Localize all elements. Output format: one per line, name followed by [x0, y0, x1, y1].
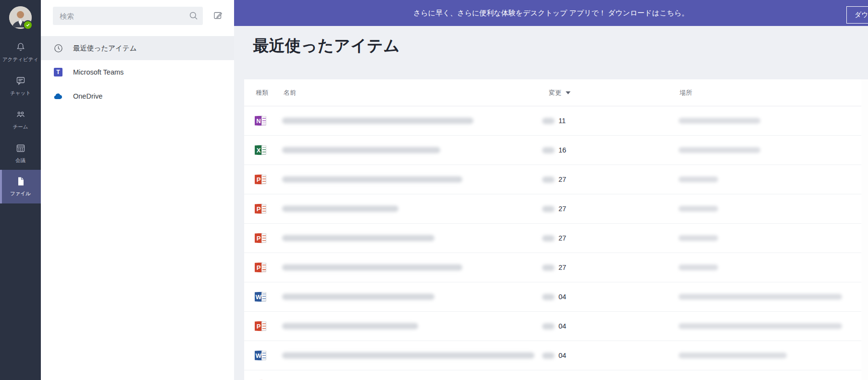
column-header-modified[interactable]: 変更	[549, 89, 570, 97]
modified-cell: 27	[542, 176, 566, 183]
column-header-name[interactable]: 名前	[284, 89, 296, 97]
list-item-label: OneDrive	[73, 92, 102, 100]
file-name-blur	[282, 235, 434, 241]
search-icon	[189, 11, 198, 21]
column-header-type[interactable]: 種類	[256, 89, 268, 97]
file-icon	[15, 176, 26, 189]
download-button[interactable]: ダウンロード	[846, 6, 868, 24]
file-name-cell	[282, 353, 534, 359]
sidebar-item-teams[interactable]: チーム	[0, 105, 41, 135]
location-cell	[679, 265, 718, 270]
modified-cell: 27	[542, 264, 566, 271]
file-type-icon: P	[255, 320, 268, 333]
table-row[interactable]: W 04	[244, 341, 861, 370]
table-row[interactable]: P 04	[244, 312, 861, 341]
file-name-blur	[282, 323, 418, 329]
file-type-icon: P	[255, 173, 268, 186]
bell-icon	[15, 42, 26, 54]
table-row[interactable]: P Template.pptx 07/04 サイト ライブラリ/個人用	[244, 370, 861, 380]
file-name-blur	[282, 118, 473, 124]
month-blur	[542, 353, 555, 359]
month-blur	[542, 294, 555, 300]
file-name-cell	[282, 206, 398, 212]
status-available-badge	[23, 20, 33, 30]
sidebar-item-chat[interactable]: チャット	[0, 71, 41, 101]
list-item-label: 最近使ったアイテム	[73, 44, 137, 53]
table-row[interactable]: P 27	[244, 165, 861, 194]
onedrive-cloud-icon	[53, 91, 63, 101]
page-title: 最近使ったアイテム	[253, 35, 400, 57]
column-header-location[interactable]: 場所	[680, 89, 692, 97]
list-item-recent[interactable]: 最近使ったアイテム	[41, 36, 234, 60]
month-blur	[542, 206, 555, 212]
search-input[interactable]	[53, 7, 203, 25]
location-cell	[679, 235, 718, 241]
chat-icon	[15, 76, 26, 88]
scrollbar-gutter[interactable]	[861, 79, 868, 380]
file-type-icon: N	[255, 114, 268, 127]
list-item-microsoft-teams[interactable]: T Microsoft Teams	[41, 60, 234, 84]
location-blur	[679, 235, 718, 241]
file-name-blur	[282, 294, 434, 300]
file-type-icon: P	[255, 261, 268, 274]
month-blur	[542, 147, 555, 153]
teams-logo-icon: T	[53, 67, 63, 77]
table-row[interactable]: X 16	[244, 136, 861, 165]
month-blur	[542, 235, 555, 241]
files-source-list: 最近使ったアイテム T Microsoft Teams OneDrive	[41, 36, 234, 108]
file-name-cell	[282, 323, 418, 329]
file-type-icon: X	[255, 144, 268, 157]
location-blur	[679, 118, 760, 124]
modified-cell: 11	[542, 117, 566, 125]
file-name-cell	[282, 265, 462, 271]
location-cell	[679, 177, 718, 182]
file-type-icon: W	[255, 291, 268, 304]
location-cell	[679, 206, 718, 212]
table-row[interactable]: N 11	[244, 106, 861, 136]
location-blur	[679, 147, 760, 153]
file-name-blur	[282, 353, 534, 359]
location-blur	[679, 353, 787, 358]
file-type-icon: P	[255, 379, 268, 380]
file-type-icon: P	[255, 232, 268, 245]
recent-files-table: 種類 名前 変更 場所 N 11 X 16 P	[244, 79, 861, 380]
location-blur	[679, 323, 842, 329]
file-type-icon: W	[255, 349, 268, 362]
location-cell	[679, 353, 787, 358]
sidebar-item-label: アクティビティ	[2, 56, 38, 63]
modified-cell: 27	[542, 205, 566, 213]
location-cell	[679, 118, 760, 124]
avatar[interactable]	[9, 6, 32, 29]
file-name-blur	[282, 206, 398, 212]
table-row[interactable]: W 04	[244, 282, 861, 312]
sidebar-item-meetings[interactable]: 会議	[0, 139, 41, 168]
month-blur	[542, 265, 555, 271]
table-row[interactable]: P 27	[244, 253, 861, 282]
file-type-icon: P	[255, 203, 268, 215]
table-header-row: 種類 名前 変更 場所	[244, 79, 861, 106]
file-name-blur	[282, 177, 462, 183]
location-blur	[679, 265, 718, 270]
files-panel: 最近使ったアイテム T Microsoft Teams OneDrive	[41, 0, 234, 380]
teams-people-icon	[15, 109, 26, 122]
file-name-cell	[282, 294, 434, 300]
location-blur	[679, 177, 718, 182]
check-icon	[26, 23, 30, 27]
sidebar-item-activity[interactable]: アクティビティ	[0, 38, 41, 67]
calendar-icon	[15, 143, 26, 155]
sidebar-item-files[interactable]: ファイル	[0, 170, 41, 203]
location-blur	[679, 206, 718, 212]
sidebar-item-label: チャット	[10, 90, 31, 97]
compose-icon[interactable]	[213, 10, 223, 21]
list-item-onedrive[interactable]: OneDrive	[41, 84, 234, 108]
location-blur	[679, 294, 842, 300]
banner-message: さらに早く、さらに便利な体験をデスクトップ アプリで！ ダウンロードはこちら。	[413, 9, 689, 18]
list-item-label: Microsoft Teams	[73, 68, 124, 76]
table-row[interactable]: P 27	[244, 194, 861, 224]
location-cell	[679, 294, 842, 300]
location-cell	[679, 147, 760, 153]
file-name-cell	[282, 147, 440, 153]
modified-cell: 04	[542, 322, 566, 330]
table-row[interactable]: P 27	[244, 224, 861, 253]
month-blur	[542, 177, 555, 183]
